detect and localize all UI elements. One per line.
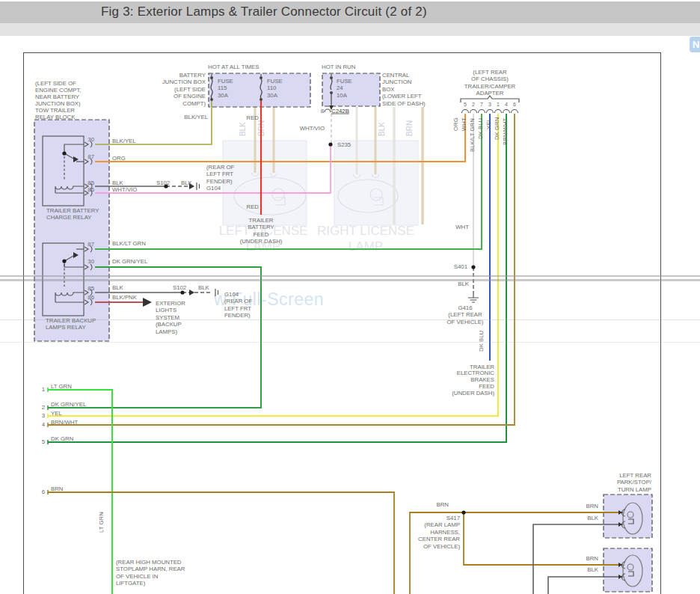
wire-yel-rot-label: YEL [485,118,492,129]
wire-blk-label-3: BLK [112,284,124,291]
fuse-110-symbol [260,76,262,79]
wire-dk-grn-yel-label-2: DK GRN/YEL [112,258,148,265]
tow-trailer-relay-block [34,120,109,341]
wire-blk-lt-grn-rot-label: BLK/LT GRN [469,118,476,152]
relay2-pin-87-label: 87 [88,241,94,248]
splice-dot [461,510,465,514]
stub-2-label: 2 [42,404,45,411]
wiring-diagram-page: Fig 3: Exterior Lamps & Trailer Connecto… [0,0,700,594]
wire-org-rot-label: ORG [452,117,459,131]
separator-line-3 [0,319,700,320]
wire-blk-label-4: BLK [198,284,210,291]
stub-1-label: 1 [42,386,45,393]
wire-org-label: ORG [112,155,126,162]
wire-wht-vio-label: WHT/VIO [112,186,137,193]
tow-trailer-note: (LEFT SIDE OFENGINE COMPT,NEAR BATTERYJU… [35,80,82,120]
central-junction-box-label: CENTRALJUNCTIONBOX(LOWER LEFTSIDE OF DAS… [382,72,426,107]
stub-3-label: 3 [42,412,45,419]
splice-dot [62,151,66,155]
wire-wht-rot-label: WHT [461,117,467,131]
wire-dk-grn-rot-label: DK GRN [494,117,500,140]
splice-s102-label-1: S102 [156,180,170,186]
splice-s102-label-2: S102 [173,284,186,291]
adapter-pin-receptacle [462,110,469,114]
wire-yel-label: YEL [51,410,62,417]
wire-red-label-2: RED [247,203,260,210]
wire-blk-lt-grn-label: BLK/LT GRN [112,240,146,247]
wire-brn-wht-rot-label: BRN/WHT [502,117,509,145]
exterior-lights-arrow [143,298,152,307]
connector-c242b-label[interactable]: C242B [331,108,349,114]
splice-dot [471,265,475,269]
splice-dot [328,142,332,146]
hot-in-run-label: HOT IN RUN [322,64,355,70]
adapter-pin-2-label: 2 [472,102,475,107]
wire-dk-grn-yel-label: DK GRN/YEL [51,401,87,408]
wire-blk-yel-label: BLK/YEL [112,138,136,144]
wire-brn-label-2: BRN [437,501,449,508]
labels-layer: HOT AT ALL TIMESHOT IN RUNBATTERYJUNCTIO… [35,64,652,587]
ghost-wire-blk-left-label: BLK [239,122,247,136]
ground-g104b-arrow [189,290,194,296]
adapter-pin-4-label: 4 [505,102,508,107]
left-rear-lamp-label: LEFT REARPARK/STOP/TURN LAMP [617,472,652,493]
relay1-pin-86-label: 86 [88,186,94,193]
wire-red-label-1: RED [247,114,260,121]
fuse-115-symbol [210,76,213,79]
adapter-pin-receptacle [487,110,494,114]
ground-g416-symbol [468,293,479,302]
relay1-pin-87-label: 87 [88,153,94,160]
wire-brn-wht-label: BRN/WHT [51,419,79,426]
adapter-pin-receptacle [512,110,518,114]
relay2-pin-30-label: 30 [88,258,94,265]
wire-wht-label: WHT [455,224,469,230]
trailer-brakes-feed-note: TRAILERELECTRONICBRAKESFEED(UNDER DASH) [452,364,494,396]
relay2-pin-85-label: 85 [88,285,94,292]
fuse-24-symbol [330,91,333,94]
stoplamp-note: (REAR HIGH MOUNTEDSTOPLAMP HARN, REAROF … [116,559,185,587]
adapter-pin-receptacle [479,110,485,114]
fuse-115-symbol [210,98,213,101]
battery-junction-box-label: BATTERYJUNCTION BOX(LEFT SIDEOF ENGINECO… [162,72,206,107]
relay1-pin-30-label: 30 [88,136,94,143]
separator-line-1 [0,275,700,277]
separator-line-2 [0,279,700,281]
wire-blk-pnk-label: BLK/PNK [112,294,138,301]
adapter-pin-6-label: 6 [513,102,516,107]
relay1-pin-85-label: 85 [88,180,94,186]
stub-4-label: 4 [42,421,46,428]
wire-blk-yel-feed-label: BLK/YEL [184,114,208,120]
relay2-pin-86-label: 86 [88,294,94,301]
splice-s417-note: S417(REAR LAMPHARNESS,CENTER REAROF VEHI… [418,515,460,550]
splice-s235-label: S235 [337,141,351,148]
wire-brn-label-4: BRN [586,555,598,562]
connector-c242b-arc [325,109,331,112]
splice-s401-label: S401 [454,263,467,270]
left-license-lamp-box [223,141,307,225]
wire-lt-grn-rot-label: LT GRN [98,512,105,533]
exterior-lights-note: EXTERIORLIGHTSSYSTEM(BACKUPLAMPS) [156,300,185,335]
stub-6-label: 6 [42,489,45,495]
wire-brn-6-path [48,492,394,594]
wire-blk-label-5: BLK [458,281,470,287]
ground-g104b-bars [215,289,218,296]
ghost-wire-blk-right-label: BLK [378,122,386,136]
wire-dk-blu-rot-label-2: DK BLU [478,330,485,352]
adapter-pin-7-label: 7 [480,102,483,107]
adapter-pin-receptacle [503,110,510,114]
splice-dot [180,290,184,294]
wire-blk-label-7: BLK [587,566,599,573]
adapter-pin-1-label: 1 [497,102,500,107]
wire-brn-label-3: BRN [586,503,598,509]
wire-dk-blu-rot-label: DK BLU [477,117,484,139]
wire-dk-grn-label: DK GRN [51,435,73,442]
left-rear-lamp-box-2 [604,548,652,592]
wire-brn-label: BRN [51,486,63,492]
adapter-pin-receptacle [470,110,477,114]
connector-pin-8-label: 8 [321,108,324,114]
adapter-pin-receptacle [495,110,502,114]
wire-wht-vio-feed-label: WHT/VIO [300,125,325,132]
adapter-pin-3-label: 3 [488,102,491,107]
ground-g416-note: G416(LEFT REAROF VEHICLE) [447,304,484,325]
wire-brn-lamp2-path [464,512,623,565]
